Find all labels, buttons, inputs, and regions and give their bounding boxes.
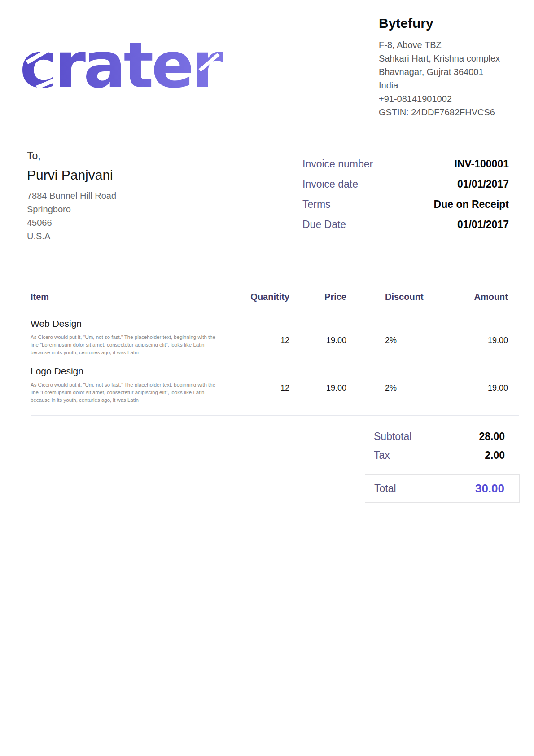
bill-to-section: To, Purvi Panjvani 7884 Bunnel Hill Road… — [27, 150, 116, 243]
meta-row-invoice-number: Invoice number INV-100001 — [302, 158, 509, 170]
subtotal-row: Subtotal 28.00 — [365, 430, 520, 443]
item-quantity: 12 — [228, 365, 289, 404]
item-name: Logo Design — [31, 365, 228, 377]
tax-value: 2.00 — [485, 449, 505, 462]
item-amount: 19.00 — [417, 318, 519, 356]
item-cell: Logo Design As Cicero would put it, “Um,… — [31, 365, 228, 404]
bill-to-address-line-1: 7884 Bunnel Hill Road — [27, 189, 116, 202]
company-address-line-2: Sahkari Hart, Krishna complex — [379, 52, 527, 65]
company-address-line-1: F-8, Above TBZ — [379, 38, 527, 52]
company-phone: +91-08141901002 — [379, 92, 527, 105]
terms-value: Due on Receipt — [434, 198, 509, 211]
item-row-web-design: Web Design As Cicero would put it, “Um, … — [31, 318, 519, 356]
company-address-line-3: Bhavnagar, Gujrat 364001 — [379, 65, 527, 79]
invoice-number-label: Invoice number — [302, 158, 373, 170]
bill-to-address-line-4: U.S.A — [27, 229, 116, 243]
total-value: 30.00 — [475, 482, 504, 496]
tax-row: Tax 2.00 — [365, 449, 520, 462]
logo-text: crater — [20, 29, 223, 98]
invoice-date-label: Invoice date — [302, 178, 358, 190]
invoice-number-value: INV-100001 — [455, 158, 509, 170]
item-cell: Web Design As Cicero would put it, “Um, … — [31, 318, 228, 356]
item-price: 19.00 — [289, 318, 346, 356]
column-header-discount: Discount — [346, 291, 417, 303]
item-price: 19.00 — [289, 365, 346, 404]
items-table: Item Quanitity Price Discount Amount Web… — [31, 291, 519, 404]
item-amount: 19.00 — [417, 365, 519, 404]
crater-logo: crater — [20, 26, 235, 98]
invoice-header: crater Bytefury F-8, Above TBZ Sahkari H… — [0, 0, 534, 130]
terms-label: Terms — [302, 198, 331, 211]
subtotal-label: Subtotal — [374, 430, 411, 443]
tax-label: Tax — [374, 449, 390, 462]
items-table-header: Item Quanitity Price Discount Amount — [31, 291, 519, 303]
company-address-line-4: India — [379, 79, 527, 92]
bill-to-address-line-2: Springboro — [27, 202, 116, 216]
bill-to-label: To, — [27, 150, 116, 162]
company-gstin: GSTIN: 24DDF7682FHVCS6 — [379, 105, 527, 119]
items-divider — [31, 415, 519, 416]
invoice-date-value: 01/01/2017 — [457, 178, 509, 190]
total-label: Total — [374, 483, 396, 495]
company-name: Bytefury — [379, 16, 527, 31]
column-header-item: Item — [31, 291, 228, 303]
item-row-logo-design: Logo Design As Cicero would put it, “Um,… — [31, 365, 519, 404]
totals-section: Subtotal 28.00 Tax 2.00 Total 30.00 — [365, 430, 520, 503]
invoice-page: crater Bytefury F-8, Above TBZ Sahkari H… — [0, 0, 534, 756]
meta-row-invoice-date: Invoice date 01/01/2017 — [302, 178, 509, 190]
item-quantity: 12 — [228, 318, 289, 356]
bill-to-name: Purvi Panjvani — [27, 167, 116, 183]
column-header-amount: Amount — [417, 291, 519, 303]
item-discount: 2% — [346, 365, 417, 404]
due-date-label: Due Date — [302, 219, 346, 231]
total-box: Total 30.00 — [365, 474, 520, 503]
item-description: As Cicero would put it, “Um, not so fast… — [31, 381, 221, 404]
column-header-quantity: Quanitity — [228, 291, 289, 303]
due-date-value: 01/01/2017 — [457, 219, 509, 231]
column-header-price: Price — [289, 291, 346, 303]
subtotal-value: 28.00 — [479, 430, 505, 443]
item-name: Web Design — [31, 318, 228, 330]
meta-row-due-date: Due Date 01/01/2017 — [302, 219, 509, 231]
invoice-meta: Invoice number INV-100001 Invoice date 0… — [302, 158, 509, 239]
item-description: As Cicero would put it, “Um, not so fast… — [31, 334, 221, 356]
item-discount: 2% — [346, 318, 417, 356]
bill-to-address-line-3: 45066 — [27, 216, 116, 229]
meta-row-terms: Terms Due on Receipt — [302, 198, 509, 211]
company-block: Bytefury F-8, Above TBZ Sahkari Hart, Kr… — [379, 16, 527, 119]
